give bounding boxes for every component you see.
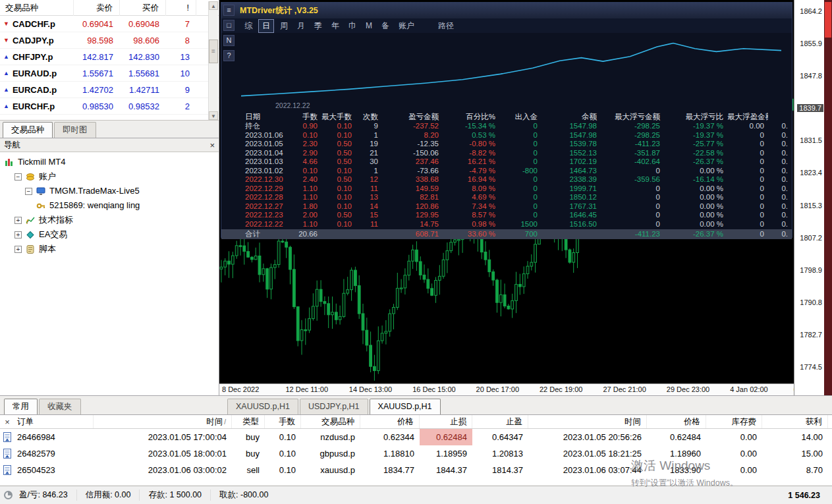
stats-header-cell: 盈亏金额 — [382, 111, 443, 122]
market-watch-scrollbar[interactable]: ▲ ≡ ▼ — [208, 1, 218, 120]
stats-cell: 0. — [768, 202, 792, 211]
scrollbar-thumb[interactable]: ≡ — [209, 40, 218, 63]
order-row[interactable]: 264825792023.01.05 18:00:01buy0.10gbpusd… — [0, 445, 832, 462]
stats-cell: 2022.12.22 — [221, 220, 287, 229]
price-label: 1831.5 — [800, 136, 822, 144]
tree-item[interactable]: Tickmill MT4 — [0, 155, 219, 169]
stats-side-button-1[interactable]: □ — [223, 20, 235, 31]
order-cell: 0.64347 — [472, 429, 528, 445]
navigator-titlebar: 导航 × — [0, 138, 219, 152]
order-cell: 15.00 — [762, 445, 828, 462]
stats-menu-item[interactable]: 月 — [294, 20, 308, 32]
orders-header-cell[interactable]: 获利 — [762, 415, 828, 428]
collapse-icon[interactable]: − — [14, 173, 22, 181]
arrow-up-icon: ▲ — [3, 82, 9, 98]
stats-side-button-0[interactable]: ≡ — [223, 5, 235, 16]
tree-item-label: Tickmill MT4 — [18, 155, 65, 169]
stats-cell: 11 — [356, 184, 382, 194]
chart-tab-0[interactable]: XAUUSD.p,H1 — [227, 399, 298, 414]
orders-header-cell[interactable]: 时间 — [528, 415, 647, 428]
right-scrollbar-thumb[interactable] — [825, 2, 831, 38]
stats-side-button-2[interactable]: N — [223, 35, 235, 46]
orders-header-cell[interactable]: 价格 — [360, 415, 420, 428]
orders-header-cell[interactable]: 订单 — [14, 415, 94, 428]
orders-header-cell[interactable]: 止盈 — [472, 415, 528, 428]
scroll-up-icon[interactable]: ▲ — [209, 1, 218, 10]
market-watch-row[interactable]: ▲EURAUD.p1.556711.5568110 — [0, 65, 219, 82]
expand-icon[interactable]: + — [14, 231, 22, 238]
bid-cell: 98.598 — [74, 32, 120, 49]
market-watch-tab-1[interactable]: 即时图 — [54, 122, 96, 138]
orders-header-cell[interactable]: 类型 — [232, 415, 265, 428]
order-row[interactable]: 264669842023.01.05 17:00:04buy0.10nzdusd… — [0, 429, 832, 445]
navigator-tab-1[interactable]: 收藏夹 — [39, 399, 81, 414]
orders-header-cell[interactable]: 交易品种 — [301, 415, 360, 428]
stats-window[interactable]: MTDriver统计 ,V3.25 综日周月季年巾M备账户路径 2022.12.… — [221, 2, 792, 238]
price-label: 1790.8 — [800, 298, 822, 306]
tree-item[interactable]: +脚本 — [0, 242, 219, 256]
orders-close-button[interactable]: × — [0, 415, 14, 428]
stats-cell: 0. — [768, 122, 792, 131]
stats-menu-item[interactable]: 季 — [311, 20, 325, 32]
stats-cell: 14.75 — [382, 220, 443, 229]
stats-cell: 1850.12 — [541, 193, 601, 202]
stats-row: 2022.12.291.100.1011149.598.09 %01999.71… — [221, 184, 792, 194]
orders-header-cell[interactable]: 库存费 — [706, 415, 762, 428]
tree-item[interactable]: −TMGM.TradeMax-Live5 — [0, 184, 219, 198]
stats-cell: 0 — [727, 184, 768, 194]
stats-cell: -26.37 % — [664, 229, 727, 239]
orders-header-cell[interactable]: 手数 — [265, 415, 301, 428]
navigator-panel: 导航 × Tickmill MT4−账户−TMGM.TradeMax-Live5… — [0, 138, 219, 395]
stats-cell: 0. — [768, 167, 792, 176]
stats-side-button-3[interactable]: ? — [223, 50, 235, 61]
chart-region[interactable]: 8 Dec 202212 Dec 11:0014 Dec 13:0016 Dec… — [219, 0, 794, 395]
stats-cell: 0. — [768, 140, 792, 149]
stats-cell: -411.23 — [601, 140, 664, 149]
stats-total-row: 合计20.66608.7133.60 %700-411.23-26.37 %00… — [221, 229, 792, 239]
spread-cell: 9 — [166, 82, 196, 98]
stats-cell: 120.86 — [382, 202, 443, 211]
stats-cell: 0 — [727, 157, 768, 167]
tree-item[interactable]: 5215869: wenqiang ling — [0, 198, 219, 213]
stats-menu-item[interactable]: 巾 — [345, 20, 360, 32]
stats-menu-item[interactable]: 日 — [258, 19, 274, 33]
stats-menu-item[interactable]: 年 — [328, 20, 343, 32]
scroll-down-icon[interactable]: ▼ — [209, 111, 218, 120]
navigator-close-icon[interactable]: × — [209, 138, 215, 152]
orders-header-cell[interactable]: 止损 — [420, 415, 472, 428]
orders-header-cell[interactable]: 价格 — [647, 415, 706, 428]
order-cell: 0.62484 — [420, 429, 472, 445]
market-watch-row[interactable]: ▲EURCHF.p0.985300.985322 — [0, 98, 219, 115]
stats-menu-item[interactable]: 路径 — [435, 20, 457, 32]
market-watch-tab-0[interactable]: 交易品种 — [3, 122, 53, 138]
stats-menu-item[interactable]: 综 — [241, 20, 256, 32]
market-watch-row[interactable]: ▼CADCHF.p0.690410.690487 — [0, 16, 219, 32]
tree-item[interactable]: −账户 — [0, 169, 219, 184]
stats-table: 日期手数最大手数次数盈亏金额百分比%出入金余额最大浮亏金额最大浮亏比最大浮盈金额… — [221, 111, 792, 239]
stats-cell: 608.71 — [382, 229, 443, 239]
orders-header-cell[interactable]: 时间/ — [94, 415, 232, 428]
orders-header: ×订单时间/类型手数交易品种价格止损止盈时间价格库存费获利 — [0, 415, 832, 429]
tree-item[interactable]: +f技术指标 — [0, 213, 219, 227]
tree-item[interactable]: +EA交易 — [0, 227, 219, 242]
stats-row: 2022.12.281.100.101382.814.69 %01850.120… — [221, 193, 792, 202]
stats-menu-item[interactable]: 账户 — [395, 20, 418, 32]
expand-icon[interactable]: + — [14, 217, 22, 224]
stats-menu-item[interactable]: M — [362, 20, 375, 31]
stats-menu-item[interactable]: 周 — [277, 20, 291, 32]
stats-cell: 2.00 — [287, 211, 321, 220]
expand-icon[interactable]: + — [14, 246, 22, 253]
stats-menu-item[interactable]: 备 — [378, 20, 393, 32]
order-row[interactable]: 265045232023.01.06 03:00:02sell0.10xauus… — [0, 462, 832, 478]
navigator-tab-0[interactable]: 常用 — [4, 399, 38, 414]
collapse-icon[interactable]: − — [25, 188, 32, 195]
chart-tab-1[interactable]: USDJPY.p,H1 — [300, 399, 368, 414]
market-watch-row[interactable]: ▲EURCAD.p1.427021.427119 — [0, 82, 219, 98]
right-scrollbar[interactable] — [824, 0, 832, 395]
market-watch-row[interactable]: ▲CHFJPY.p142.817142.83013 — [0, 49, 219, 65]
stats-window-titlebar[interactable]: MTDriver统计 ,V3.25 — [221, 3, 792, 18]
market-watch-row[interactable]: ▼CADJPY.p98.59898.6068 — [0, 32, 219, 49]
stats-header-cell: 次数 — [356, 111, 382, 122]
order-cell: 0.10 — [265, 462, 301, 478]
chart-tab-2[interactable]: XAUUSD.p,H1 — [370, 399, 441, 414]
